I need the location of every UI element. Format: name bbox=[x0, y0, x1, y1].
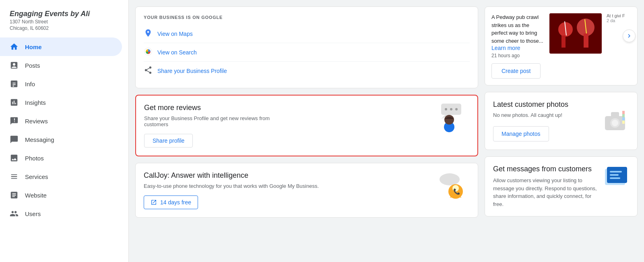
calljoy-button-label: 14 days free bbox=[160, 199, 191, 206]
svg-point-4 bbox=[450, 108, 452, 110]
sidebar-item-messaging-label: Messaging bbox=[25, 136, 54, 143]
google-search-icon bbox=[144, 47, 153, 57]
view-on-maps-link[interactable]: View on Maps bbox=[144, 25, 470, 43]
svg-rect-30 bbox=[610, 171, 622, 173]
on-google-card: YOUR BUSINESS IS ON GOOGLE View on Maps bbox=[135, 6, 478, 88]
latest-photos-title: Latest customer photos bbox=[493, 100, 601, 109]
camera-illustration bbox=[601, 109, 629, 133]
share-business-profile-label: Share your Business Profile bbox=[157, 68, 227, 74]
sidebar-item-messaging[interactable]: Messaging bbox=[0, 130, 122, 149]
next-article-button[interactable] bbox=[623, 29, 636, 42]
main-content: YOUR BUSINESS IS ON GOOGLE View on Maps bbox=[129, 0, 644, 262]
news-time: 21 hours ago bbox=[491, 53, 545, 58]
reviews-illustration bbox=[429, 104, 469, 140]
messaging-icon bbox=[10, 135, 19, 144]
view-on-search-label: View on Search bbox=[157, 49, 197, 56]
home-icon bbox=[10, 42, 19, 51]
external-link-icon bbox=[151, 199, 157, 206]
calljoy-title: CallJoy: Answer with intelligence bbox=[144, 171, 319, 180]
svg-rect-24 bbox=[622, 111, 625, 114]
svg-rect-23 bbox=[611, 112, 619, 117]
sidebar: Engaging Events by Ali 1307 North Street… bbox=[0, 0, 129, 262]
sidebar-item-services-label: Services bbox=[25, 173, 48, 180]
sidebar-item-insights-label: Insights bbox=[25, 99, 46, 106]
reviews-icon bbox=[10, 116, 19, 125]
business-address: 1307 North Street bbox=[10, 19, 119, 25]
news-image bbox=[549, 13, 602, 54]
sidebar-item-insights[interactable]: Insights bbox=[0, 93, 122, 112]
sidebar-item-photos[interactable]: Photos bbox=[0, 149, 122, 167]
next-article-text: At t givi F bbox=[607, 13, 631, 18]
sidebar-item-users-label: Users bbox=[25, 210, 41, 217]
svg-point-9 bbox=[440, 173, 460, 185]
services-icon bbox=[10, 172, 19, 181]
calljoy-button[interactable]: 14 days free bbox=[144, 195, 198, 209]
users-icon bbox=[10, 209, 19, 218]
svg-rect-17 bbox=[584, 33, 588, 48]
reviews-card-title: Get more reviews bbox=[144, 104, 429, 112]
create-post-button[interactable]: Create post bbox=[491, 63, 541, 79]
messages-card: Get messages from customers Allow custom… bbox=[485, 156, 638, 216]
svg-point-3 bbox=[445, 108, 447, 110]
sidebar-item-website-label: Website bbox=[25, 192, 47, 199]
svg-point-22 bbox=[612, 120, 618, 126]
maps-icon bbox=[144, 29, 153, 39]
messages-title: Get messages from customers bbox=[493, 165, 598, 173]
sidebar-item-reviews-label: Reviews bbox=[25, 118, 48, 125]
insights-icon bbox=[10, 98, 19, 107]
get-more-reviews-card: Get more reviews Share your Business Pro… bbox=[135, 95, 478, 156]
news-text: A Pedway pub crawl strikes us as the per… bbox=[491, 13, 545, 45]
sidebar-item-reviews[interactable]: Reviews bbox=[0, 112, 122, 130]
news-card: A Pedway pub crawl strikes us as the per… bbox=[485, 6, 638, 85]
calljoy-illustration: 📞 bbox=[433, 171, 470, 204]
right-column: A Pedway pub crawl strikes us as the per… bbox=[485, 6, 638, 256]
latest-photos-card: Latest customer photos No new photos. Al… bbox=[485, 92, 638, 150]
view-on-maps-label: View on Maps bbox=[157, 31, 193, 37]
nav-menu: Home Posts Info Insights bbox=[0, 37, 128, 223]
photos-icon bbox=[10, 154, 19, 162]
chevron-right-icon bbox=[625, 32, 633, 40]
manage-photos-button[interactable]: Manage photos bbox=[493, 126, 549, 141]
svg-rect-27 bbox=[622, 121, 625, 124]
sidebar-item-info[interactable]: Info bbox=[0, 75, 122, 93]
sidebar-item-posts[interactable]: Posts bbox=[0, 56, 122, 75]
svg-rect-25 bbox=[622, 114, 625, 117]
center-column: YOUR BUSINESS IS ON GOOGLE View on Maps bbox=[135, 6, 478, 256]
sidebar-item-posts-label: Posts bbox=[25, 62, 40, 69]
next-article-preview: At t givi F 2 da bbox=[607, 13, 631, 23]
latest-photos-description: No new photos. All caught up! bbox=[493, 112, 601, 118]
business-city: Chicago, IL 60602 bbox=[10, 25, 119, 31]
sidebar-item-services[interactable]: Services bbox=[0, 167, 122, 186]
view-on-search-link[interactable]: View on Search bbox=[144, 43, 470, 62]
reviews-card-description: Share your Business Profile and get new … bbox=[144, 115, 281, 127]
on-google-title: YOUR BUSINESS IS ON GOOGLE bbox=[144, 15, 470, 20]
share-profile-button[interactable]: Share profile bbox=[144, 134, 193, 148]
business-name: Engaging Events by Ali bbox=[10, 10, 119, 18]
calljoy-description: Easy-to-use phone technology for you tha… bbox=[144, 183, 319, 189]
news-learn-more-link[interactable]: Learn more bbox=[491, 45, 545, 51]
business-info: Engaging Events by Ali 1307 North Street… bbox=[0, 6, 128, 37]
svg-rect-31 bbox=[610, 174, 619, 176]
calljoy-card: CallJoy: Answer with intelligence Easy-t… bbox=[135, 163, 478, 218]
svg-point-5 bbox=[455, 108, 458, 110]
messages-description: Allow customers viewing your listing to … bbox=[493, 177, 598, 208]
share-icon bbox=[144, 66, 153, 76]
sidebar-item-website[interactable]: Website bbox=[0, 186, 122, 204]
messages-illustration bbox=[601, 165, 629, 189]
sidebar-item-home-label: Home bbox=[25, 44, 42, 50]
next-article-time: 2 da bbox=[607, 18, 631, 23]
sidebar-item-info-label: Info bbox=[25, 81, 35, 87]
svg-rect-26 bbox=[622, 117, 625, 121]
svg-point-8 bbox=[444, 115, 454, 125]
sidebar-item-users[interactable]: Users bbox=[0, 204, 122, 223]
website-icon bbox=[10, 191, 19, 200]
sidebar-item-photos-label: Photos bbox=[25, 155, 44, 162]
sidebar-item-home[interactable]: Home bbox=[0, 37, 122, 56]
posts-icon bbox=[10, 61, 19, 70]
svg-text:📞: 📞 bbox=[453, 188, 460, 195]
svg-rect-13 bbox=[549, 13, 602, 54]
svg-rect-32 bbox=[610, 177, 620, 179]
info-icon bbox=[10, 79, 19, 88]
share-business-profile-link[interactable]: Share your Business Profile bbox=[144, 62, 470, 80]
svg-rect-16 bbox=[561, 35, 566, 48]
